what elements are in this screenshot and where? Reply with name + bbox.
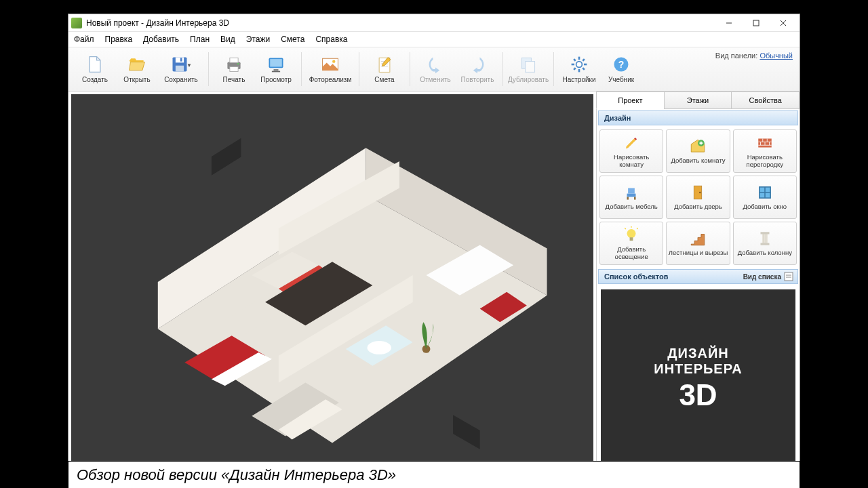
svg-rect-73 — [630, 237, 633, 241]
object-list-title: Список объектов — [604, 272, 668, 281]
svg-point-11 — [237, 63, 239, 64]
add-room-button[interactable]: Добавить комнату — [666, 129, 730, 173]
window-title: Новый проект - Дизайн Интерьера 3D — [86, 18, 715, 28]
menu-file[interactable]: Файл — [73, 33, 96, 45]
add-room-icon — [689, 138, 707, 155]
print-button[interactable]: Печать — [214, 49, 254, 89]
redo-button[interactable]: Повторить — [457, 49, 498, 89]
promo-line2: ИНТЕРЬЕРА — [654, 361, 742, 377]
svg-point-17 — [332, 60, 335, 62]
svg-rect-14 — [274, 69, 279, 71]
stairs-icon — [689, 230, 707, 247]
add-window-button[interactable]: Добавить окно — [733, 176, 797, 219]
menu-view[interactable]: Вид — [219, 33, 237, 45]
list-view-icon[interactable] — [784, 272, 793, 281]
printer-icon — [224, 55, 243, 74]
door-icon — [689, 184, 707, 201]
menu-edit[interactable]: Правка — [104, 33, 134, 45]
menu-help[interactable]: Справка — [314, 33, 349, 45]
svg-rect-79 — [760, 243, 769, 245]
add-furniture-button[interactable]: Добавить мебель — [599, 176, 663, 219]
tutorial-button[interactable]: ? Учебник — [601, 49, 642, 89]
svg-rect-13 — [270, 59, 282, 66]
caption-text: Обзор новой версии «Дизайн Интерьера 3D» — [77, 466, 396, 484]
draw-wall-button[interactable]: Нарисовать перегородку — [733, 129, 797, 173]
svg-rect-15 — [272, 71, 280, 73]
tab-floors[interactable]: Этажи — [664, 92, 732, 109]
print-label: Печать — [223, 76, 245, 83]
new-file-icon — [85, 55, 104, 74]
undo-label: Отменить — [420, 76, 451, 83]
stairs-button[interactable]: Лестницы и вырезы — [666, 222, 730, 265]
gear-icon — [570, 55, 589, 74]
3d-viewport[interactable] — [71, 94, 593, 470]
draw-room-button[interactable]: Нарисовать комнату — [599, 129, 663, 173]
photoreal-label: Фотореализм — [309, 76, 352, 83]
minimize-button[interactable] — [715, 14, 743, 31]
menu-estimate[interactable]: Смета — [279, 33, 306, 45]
svg-line-75 — [625, 228, 626, 229]
titlebar: Новый проект - Дизайн Интерьера 3D — [68, 14, 800, 32]
svg-rect-82 — [785, 272, 793, 281]
svg-rect-1 — [753, 20, 759, 26]
tab-properties[interactable]: Свойства — [731, 92, 800, 109]
create-label: Создать — [82, 76, 108, 83]
app-icon — [71, 18, 82, 28]
folder-open-icon — [127, 55, 146, 74]
promo-line3: 3D — [679, 378, 717, 412]
sidebar-tabs: Проект Этажи Свойства — [597, 92, 800, 109]
estimate-label: Смета — [374, 76, 394, 83]
lightbulb-icon — [623, 226, 640, 244]
menu-add[interactable]: Добавить — [142, 33, 180, 45]
svg-rect-66 — [634, 197, 635, 200]
minimize-icon — [726, 20, 732, 26]
save-button[interactable]: ▼ Сохранить — [159, 49, 203, 89]
promo-line1: ДИЗАЙН — [667, 346, 728, 361]
settings-button[interactable]: Настройки — [559, 49, 599, 89]
chevron-down-icon: ▼ — [186, 62, 192, 68]
undo-icon — [426, 55, 445, 74]
photoreal-button[interactable]: Фотореализм — [307, 49, 354, 89]
separator — [359, 52, 359, 86]
svg-point-24 — [576, 62, 583, 68]
panel-type-link[interactable]: Обычный — [760, 52, 793, 60]
menu-plan[interactable]: План — [189, 33, 211, 45]
svg-line-30 — [583, 68, 585, 70]
redo-label: Повторить — [461, 76, 494, 83]
maximize-icon — [753, 20, 760, 26]
add-door-button[interactable]: Добавить дверь — [666, 176, 730, 219]
svg-rect-55 — [212, 138, 241, 176]
promo-banner: ДИЗАЙН ИНТЕРЬЕРА 3D — [601, 289, 795, 468]
separator — [301, 52, 302, 86]
svg-line-29 — [574, 59, 576, 61]
object-list-header: Список объектов Вид списка — [598, 269, 798, 284]
duplicate-label: Дублировать — [508, 76, 549, 83]
pencil-room-icon — [623, 134, 640, 152]
brick-wall-icon — [756, 134, 774, 152]
svg-rect-23 — [526, 62, 535, 73]
floorplan-render — [71, 94, 593, 470]
design-section-header: Дизайн — [598, 110, 798, 125]
create-button[interactable]: Создать — [75, 49, 115, 89]
close-button[interactable] — [770, 14, 797, 31]
duplicate-button[interactable]: Дублировать — [508, 49, 549, 89]
panel-type: Вид панели: Обычный — [715, 52, 793, 60]
tab-project[interactable]: Проект — [596, 92, 665, 109]
maximize-button[interactable] — [743, 14, 770, 31]
tutorial-label: Учебник — [608, 76, 634, 83]
undo-button[interactable]: Отменить — [415, 49, 456, 89]
chair-icon — [623, 184, 640, 201]
preview-label: Просмотр — [260, 76, 292, 83]
preview-button[interactable]: Просмотр — [256, 49, 296, 89]
add-column-button[interactable]: Добавить колонну — [733, 222, 797, 265]
svg-line-76 — [637, 228, 638, 229]
design-buttons: Нарисовать комнату Добавить комнату Нари… — [597, 127, 800, 268]
menu-floors[interactable]: Этажи — [245, 33, 271, 45]
svg-rect-7 — [180, 58, 182, 61]
svg-line-31 — [583, 59, 585, 61]
estimate-button[interactable]: Смета — [364, 49, 405, 89]
toolbar: Создать Открыть ▼ Сохранить Печать Просм… — [68, 47, 800, 92]
open-button[interactable]: Открыть — [117, 49, 157, 89]
sidebar: Проект Этажи Свойства Дизайн Нарисовать … — [596, 92, 800, 472]
add-light-button[interactable]: Добавить освещение — [599, 222, 663, 265]
